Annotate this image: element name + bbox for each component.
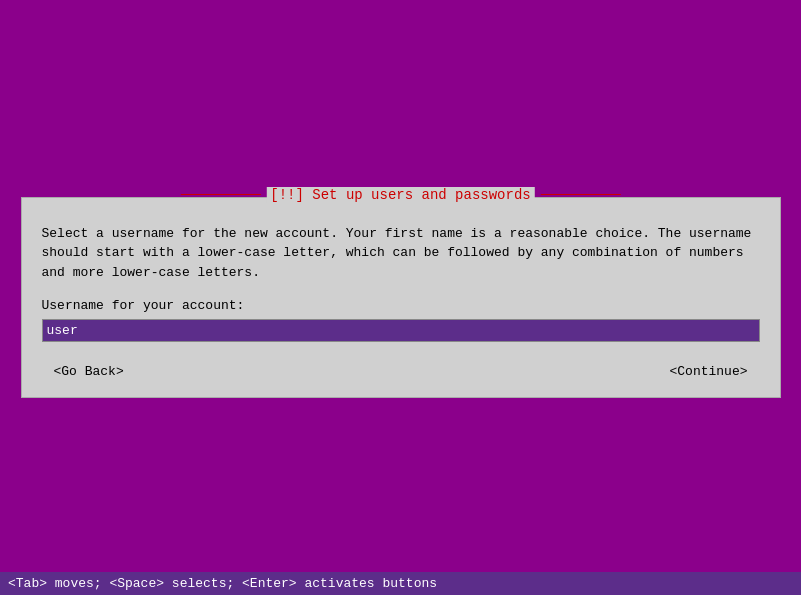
title-line-right (541, 194, 621, 195)
field-label: Username for your account: (42, 298, 760, 313)
continue-button[interactable]: <Continue> (661, 362, 755, 381)
dialog-title: [!!] Set up users and passwords (266, 187, 534, 203)
status-bar: <Tab> moves; <Space> selects; <Enter> ac… (0, 572, 801, 595)
input-prefix: user (47, 323, 78, 338)
username-input[interactable] (80, 322, 755, 339)
dialog: [!!] Set up users and passwords Select a… (21, 197, 781, 399)
go-back-button[interactable]: <Go Back> (46, 362, 132, 381)
status-bar-text: <Tab> moves; <Space> selects; <Enter> ac… (8, 576, 437, 591)
button-row: <Go Back> <Continue> (42, 362, 760, 381)
dialog-title-bar: [!!] Set up users and passwords (180, 187, 620, 203)
dialog-content: Select a username for the new account. Y… (42, 224, 760, 382)
screen: [!!] Set up users and passwords Select a… (0, 0, 801, 595)
input-wrapper: user (42, 319, 760, 342)
title-line-left (180, 194, 260, 195)
description-text: Select a username for the new account. Y… (42, 224, 760, 283)
